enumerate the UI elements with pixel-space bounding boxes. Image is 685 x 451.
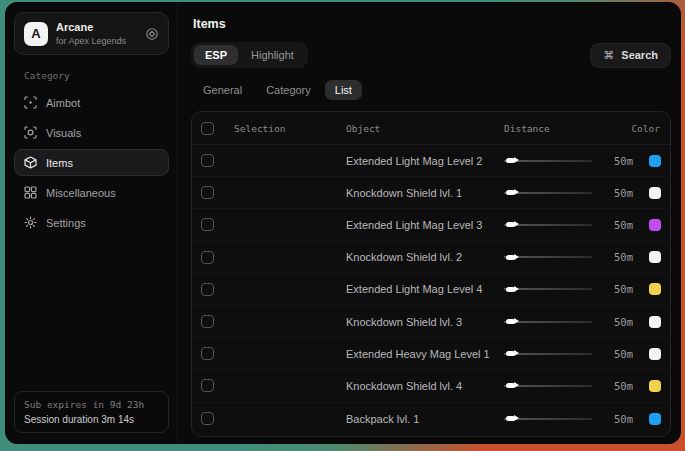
session-duration-text: Session duration 3m 14s [24, 414, 159, 425]
distance-slider[interactable] [504, 283, 592, 295]
color-swatch[interactable] [649, 187, 661, 199]
distance-slider[interactable] [504, 348, 592, 360]
object-name: Extended Heavy Mag Level 1 [346, 348, 504, 360]
command-icon: ⌘ [603, 49, 614, 62]
crosshair-icon [24, 96, 37, 109]
sidebar-item-label: Visuals [46, 127, 81, 139]
distance-value: 50m [592, 316, 637, 328]
mode-tab-group: ESP Highlight [191, 42, 308, 68]
search-button[interactable]: ⌘ Search [590, 43, 671, 68]
table-header: Selection Object Distance Color [192, 112, 670, 145]
row-checkbox[interactable] [201, 218, 214, 231]
tab-category[interactable]: Category [256, 80, 321, 100]
slider-thumb[interactable] [506, 319, 515, 324]
row-checkbox[interactable] [201, 251, 214, 264]
tab-esp[interactable]: ESP [194, 45, 238, 65]
slider-thumb[interactable] [506, 158, 515, 163]
brand-text: Arcane for Apex Legends [56, 21, 126, 46]
gear-icon [24, 216, 37, 229]
color-swatch[interactable] [649, 251, 661, 263]
sidebar-item-miscellaneous[interactable]: Miscellaneous [14, 179, 169, 206]
table-row: Extended Light Mag Level 3 50m [192, 209, 670, 241]
color-swatch[interactable] [649, 283, 661, 295]
sidebar-item-label: Settings [46, 217, 86, 229]
row-checkbox[interactable] [201, 154, 214, 167]
row-checkbox[interactable] [201, 412, 214, 425]
object-name: Knockdown Shield lvl. 3 [346, 316, 504, 328]
sidebar-item-label: Miscellaneous [46, 187, 116, 199]
row-checkbox[interactable] [201, 379, 214, 392]
select-all-checkbox[interactable] [201, 122, 214, 135]
sidebar-nav: Aimbot Visuals Items [14, 89, 169, 236]
distance-value: 50m [592, 413, 637, 425]
distance-slider[interactable] [504, 155, 592, 167]
object-name: Extended Light Mag Level 4 [346, 283, 504, 295]
sidebar-section-label: Category [24, 70, 169, 81]
distance-slider[interactable] [504, 251, 592, 263]
color-swatch[interactable] [649, 219, 661, 231]
subscription-info-card: Sub expires in 9d 23h Session duration 3… [14, 391, 169, 433]
slider-thumb[interactable] [506, 287, 515, 292]
sidebar-item-items[interactable]: Items [14, 149, 169, 176]
sidebar-item-aimbot[interactable]: Aimbot [14, 89, 169, 116]
table-row: Knockdown Shield lvl. 4 50m [192, 370, 670, 402]
sidebar-item-label: Items [46, 157, 73, 169]
app-logo: A [24, 22, 48, 46]
sub-expires-text: Sub expires in 9d 23h [24, 399, 159, 410]
table-row: Knockdown Shield lvl. 1 50m [192, 177, 670, 209]
sidebar-item-label: Aimbot [46, 97, 80, 109]
main-panel: Items ESP Highlight ⌘ Search General Cat… [178, 3, 680, 443]
color-swatch[interactable] [649, 380, 661, 392]
slider-thumb[interactable] [506, 416, 515, 421]
column-header-color: Color [592, 123, 661, 134]
color-swatch[interactable] [649, 413, 661, 425]
object-name: Extended Light Mag Level 3 [346, 219, 504, 231]
color-swatch[interactable] [649, 348, 661, 360]
row-checkbox[interactable] [201, 347, 214, 360]
sidebar-item-settings[interactable]: Settings [14, 209, 169, 236]
tab-highlight[interactable]: Highlight [240, 45, 305, 65]
table-row: Extended Light Mag Level 4 50m [192, 274, 670, 306]
row-checkbox[interactable] [201, 186, 214, 199]
slider-thumb[interactable] [506, 190, 515, 195]
toolbar: ESP Highlight ⌘ Search [191, 42, 671, 68]
slider-thumb[interactable] [506, 255, 515, 260]
page-title: Items [193, 17, 671, 31]
table-body: Extended Light Mag Level 2 50m Knockdown… [192, 145, 670, 436]
distance-value: 50m [592, 283, 637, 295]
slider-thumb[interactable] [506, 351, 515, 356]
row-checkbox[interactable] [201, 283, 214, 296]
distance-value: 50m [592, 380, 637, 392]
table-row: Extended Heavy Mag Level 1 50m [192, 338, 670, 370]
app-window: A Arcane for Apex Legends Category Aimb [5, 2, 681, 444]
scan-eye-icon [24, 126, 37, 139]
target-badge-icon[interactable] [145, 27, 159, 41]
sidebar: A Arcane for Apex Legends Category Aimb [6, 3, 178, 443]
color-swatch[interactable] [649, 155, 661, 167]
app-name: Arcane [56, 21, 126, 34]
slider-thumb[interactable] [506, 222, 515, 227]
table-row: Extended Light Mag Level 2 50m [192, 145, 670, 177]
brand-card: A Arcane for Apex Legends [14, 12, 169, 55]
table-row: Backpack lvl. 1 50m [192, 403, 670, 435]
column-header-selection: Selection [234, 123, 346, 134]
grid-icon [24, 186, 37, 199]
distance-slider[interactable] [504, 187, 592, 199]
tab-list[interactable]: List [325, 80, 362, 100]
distance-value: 50m [592, 251, 637, 263]
object-name: Backpack lvl. 1 [346, 413, 504, 425]
distance-slider[interactable] [504, 316, 592, 328]
tab-general[interactable]: General [193, 80, 252, 100]
distance-slider[interactable] [504, 380, 592, 392]
color-swatch[interactable] [649, 316, 661, 328]
distance-slider[interactable] [504, 219, 592, 231]
distance-slider[interactable] [504, 413, 592, 425]
slider-thumb[interactable] [506, 383, 515, 388]
distance-value: 50m [592, 187, 637, 199]
sidebar-item-visuals[interactable]: Visuals [14, 119, 169, 146]
object-name: Knockdown Shield lvl. 4 [346, 380, 504, 392]
column-header-distance: Distance [504, 123, 592, 134]
row-checkbox[interactable] [201, 315, 214, 328]
view-tab-group: General Category List [193, 80, 671, 100]
search-button-label: Search [621, 49, 658, 61]
